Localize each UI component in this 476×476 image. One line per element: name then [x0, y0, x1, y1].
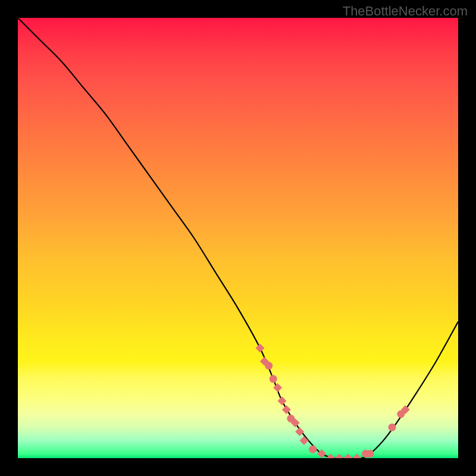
- chart-marker: [309, 446, 317, 453]
- chart-curve-svg: [18, 18, 458, 458]
- chart-markers: [256, 344, 410, 459]
- chart-marker: [295, 427, 304, 436]
- chart-marker: [256, 344, 265, 353]
- chart-marker: [273, 383, 282, 392]
- chart-marker: [352, 454, 361, 459]
- bottleneck-curve: [18, 18, 458, 458]
- chart-plot-area: [18, 18, 458, 458]
- attribution-text: TheBottleNecker.com: [343, 4, 468, 19]
- chart-marker: [270, 375, 277, 383]
- chart-marker: [389, 424, 396, 431]
- chart-marker: [335, 454, 344, 459]
- chart-marker: [282, 405, 291, 414]
- chart-marker: [344, 454, 353, 459]
- chart-marker: [300, 436, 309, 445]
- chart-marker: [278, 396, 287, 405]
- chart-marker: [265, 362, 273, 369]
- chart-marker: [367, 450, 374, 458]
